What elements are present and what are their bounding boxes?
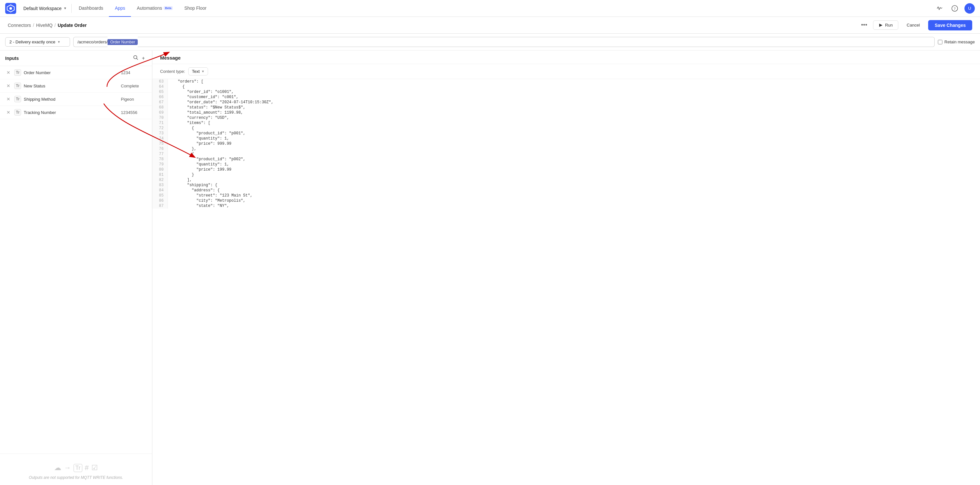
delete-row-1[interactable]: ✕ — [5, 82, 12, 89]
input-value-2: Pigeon — [121, 97, 147, 101]
topic-tag: Order Number — [108, 39, 138, 45]
line-number: 87 — [152, 203, 168, 209]
line-number: 76 — [152, 146, 168, 152]
line-code: ], — [168, 178, 197, 182]
line-number: 72 — [152, 125, 168, 131]
delivery-chevron: ▼ — [57, 40, 60, 44]
run-button[interactable]: Run — [873, 21, 898, 30]
tab-automations[interactable]: Automations Beta — [131, 0, 178, 17]
line-number: 81 — [152, 172, 168, 178]
line-code: "price": 999.99 — [168, 141, 237, 146]
content-type-dropdown[interactable]: Text ▼ — [188, 67, 208, 75]
line-code: "price": 199.99 — [168, 167, 237, 172]
line-code: "orders": [ — [168, 79, 209, 84]
code-line: 71 "items": [ — [152, 120, 980, 125]
outputs-note: Outputs are not supported for MQTT WRITE… — [29, 475, 123, 480]
svg-line-6 — [137, 59, 138, 60]
line-code: "product_id": "p001", — [168, 131, 250, 136]
line-number: 85 — [152, 193, 168, 198]
breadcrumb-hivemq[interactable]: HiveMQ — [36, 23, 52, 28]
tab-apps[interactable]: Apps — [109, 0, 131, 17]
input-name-2: Shipping Method — [24, 97, 118, 101]
text-type-icon: Tr — [73, 464, 82, 472]
message-title: Message — [160, 55, 180, 60]
code-line: 66 "customer_id": "c001", — [152, 95, 980, 100]
inputs-table: ✕ Tr Order Number 1234 ✕ Tr New Status C… — [0, 66, 152, 453]
line-number: 63 — [152, 79, 168, 84]
code-line: 67 "order_date": "2024-07-14T10:15:30Z", — [152, 100, 980, 105]
save-changes-button[interactable]: Save Changes — [928, 20, 972, 30]
line-code: "address": { — [168, 188, 225, 193]
topic-input-rest[interactable] — [138, 37, 935, 47]
code-line: 81 } — [152, 172, 980, 178]
line-code: "order_date": "2024-07-14T10:15:30Z", — [168, 100, 279, 105]
cancel-button[interactable]: Cancel — [902, 21, 925, 30]
line-code: "order_id": "o1001", — [168, 89, 239, 95]
breadcrumb-connectors[interactable]: Connectors — [8, 23, 31, 28]
tab-shopfloor[interactable]: Shop Floor — [178, 0, 212, 17]
nav-right: ? U — [935, 3, 975, 14]
line-number: 82 — [152, 178, 168, 182]
left-panel: Inputs + ✕ Tr Order Number — [0, 51, 152, 485]
input-value-0: 1234 — [121, 70, 147, 75]
code-line: 86 "city": "Metropolis", — [152, 198, 980, 203]
code-line: 68 "status": "$New Status$", — [152, 105, 980, 110]
line-code: { — [168, 152, 199, 157]
workspace-chevron: ▼ — [64, 6, 67, 10]
delete-row-0[interactable]: ✕ — [5, 69, 12, 76]
breadcrumb: Connectors / HiveMQ / Update Order — [8, 23, 86, 28]
line-number: 70 — [152, 115, 168, 120]
line-number: 73 — [152, 131, 168, 136]
line-number: 65 — [152, 89, 168, 95]
line-code: "state": "NY", — [168, 203, 234, 209]
activity-icon[interactable] — [935, 3, 945, 14]
line-number: 69 — [152, 110, 168, 115]
line-code: "quantity": 1, — [168, 162, 234, 167]
code-line: 72 { — [152, 125, 980, 131]
line-code: "status": "$New Status$", — [168, 105, 250, 110]
right-panel: Message Content type: Text ▼ 63 "orders"… — [152, 51, 980, 485]
message-header: Message — [152, 51, 980, 64]
code-line: 74 "quantity": 1, — [152, 136, 980, 141]
line-number: 78 — [152, 157, 168, 162]
table-row: ✕ Tr Shipping Method Pigeon — [0, 93, 152, 106]
input-value-3: 1234556 — [121, 110, 147, 115]
line-code: { — [168, 84, 190, 89]
delete-row-3[interactable]: ✕ — [5, 109, 12, 116]
line-number: 79 — [152, 162, 168, 167]
code-line: 69 "total_amount": 1199.98, — [152, 110, 980, 115]
line-number: 74 — [152, 136, 168, 141]
more-options-button[interactable]: ••• — [859, 21, 870, 30]
app-logo[interactable] — [5, 3, 16, 14]
inputs-header: Inputs + — [0, 51, 152, 66]
nav-divider — [71, 4, 72, 13]
topic-prefix: /acmeco/orders/ — [73, 37, 108, 47]
check-icon: ☑ — [91, 464, 98, 472]
content-type-value: Text — [192, 69, 200, 74]
svg-point-2 — [10, 7, 12, 10]
delete-row-2[interactable]: ✕ — [5, 96, 12, 102]
retain-checkbox[interactable] — [938, 40, 942, 44]
code-line: 64 { — [152, 84, 980, 89]
help-icon[interactable]: ? — [950, 3, 960, 14]
delivery-dropdown[interactable]: 2 - Delivery exactly once ▼ — [5, 37, 70, 47]
line-code: "total_amount": 1199.98, — [168, 110, 248, 115]
code-line: 78 "product_id": "p002", — [152, 157, 980, 162]
input-name-0: Order Number — [24, 70, 118, 75]
line-code: "currency": "USD", — [168, 115, 234, 120]
user-avatar[interactable]: U — [964, 3, 975, 14]
delivery-value: 2 - Delivery exactly once — [10, 40, 56, 44]
tab-dashboards[interactable]: Dashboards — [73, 0, 109, 17]
add-input-button[interactable]: + — [140, 54, 147, 62]
content-type-chevron: ▼ — [201, 70, 205, 73]
content-type-row: Content type: Text ▼ — [152, 64, 980, 79]
code-line: 75 "price": 999.99 — [152, 141, 980, 146]
content-type-label: Content type: — [160, 69, 185, 74]
code-editor[interactable]: 63 "orders": [64 {65 "order_id": "o1001"… — [152, 79, 980, 485]
search-button[interactable] — [131, 54, 140, 62]
workspace-selector[interactable]: Default Workspace ▼ — [20, 6, 70, 11]
input-name-3: Tracking Number — [24, 110, 118, 115]
line-number: 68 — [152, 105, 168, 110]
arrow-right-icon: → — [64, 464, 71, 472]
line-code: "shipping": { — [168, 182, 223, 188]
